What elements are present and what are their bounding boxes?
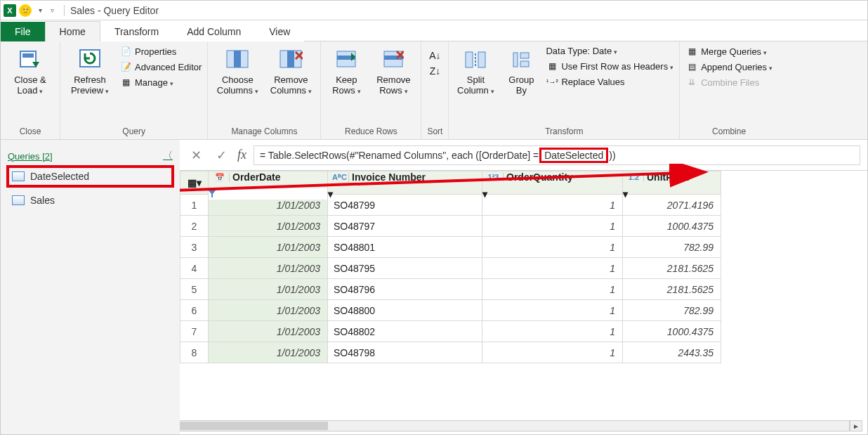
row-number[interactable]: 1 <box>180 195 209 216</box>
cell-invoice[interactable]: SO48802 <box>328 321 482 342</box>
merge-queries-button[interactable]: ▦Merge Queries <box>685 44 772 58</box>
table-row[interactable]: 21/01/2003SO4879711000.4375 <box>180 216 721 237</box>
queries-header[interactable]: Queries [2] <box>8 151 53 162</box>
sort-desc-icon: Z↓ <box>428 65 441 77</box>
cell-orderdate[interactable]: 1/01/2003 <box>209 279 328 300</box>
query-item-sales[interactable]: Sales <box>8 190 173 210</box>
merge-queries-icon: ▦ <box>685 46 698 57</box>
smiley-icon[interactable]: 🙂 <box>19 4 32 17</box>
manage-button[interactable]: ▦Manage <box>119 75 202 89</box>
type-icon[interactable]: 📅 <box>213 173 230 182</box>
filter-button[interactable] <box>209 188 327 200</box>
close-and-load-button[interactable]: Close & Load <box>6 44 54 96</box>
row-number[interactable]: 8 <box>180 342 209 363</box>
column-header-orderquantity[interactable]: 1²3OrderQuantity▾ <box>482 171 623 195</box>
cell-orderdate[interactable]: 1/01/2003 <box>209 342 328 363</box>
filter-button[interactable]: ▾ <box>328 188 482 200</box>
qat-overflow-icon[interactable]: ▿ <box>51 6 54 14</box>
cell-invoice[interactable]: SO48800 <box>328 300 482 321</box>
type-icon[interactable]: AᴮC <box>332 173 349 182</box>
queries-panel: Queries [2] 〈 DateSelected Sales <box>1 140 180 435</box>
titlebar: X 🙂 ▾ ▿ Sales - Query Editor <box>1 1 867 20</box>
properties-button[interactable]: 📄Properties <box>119 44 202 58</box>
table-row[interactable]: 81/01/2003SO4879812443.35 <box>180 342 721 363</box>
cell-invoice[interactable]: SO48796 <box>328 279 482 300</box>
first-row-headers-button[interactable]: ▦Use First Row as Headers <box>546 59 673 73</box>
row-number[interactable]: 2 <box>180 216 209 237</box>
choose-columns-button[interactable]: Choose Columns <box>213 44 261 96</box>
cell-price[interactable]: 1000.4375 <box>623 216 721 237</box>
row-number[interactable]: 4 <box>180 258 209 279</box>
query-item-dateselected[interactable]: DateSelected <box>8 167 173 186</box>
filter-button[interactable]: ▾ <box>623 188 721 200</box>
table-row[interactable]: 41/01/2003SO4879512181.5625 <box>180 258 721 279</box>
cell-qty[interactable]: 1 <box>482 300 623 321</box>
group-label-transform: Transform <box>545 125 583 138</box>
table-row[interactable]: 31/01/2003SO488011782.99 <box>180 237 721 258</box>
table-row[interactable]: 51/01/2003SO4879612181.5625 <box>180 279 721 300</box>
remove-rows-button[interactable]: Remove Rows <box>371 44 415 96</box>
table-row[interactable]: 61/01/2003SO488001782.99 <box>180 300 721 321</box>
qat-dropdown-icon[interactable]: ▾ <box>39 6 42 14</box>
cell-qty[interactable]: 1 <box>482 279 623 300</box>
formula-text-suffix: )) <box>609 150 615 161</box>
fx-icon[interactable]: fx <box>237 148 246 162</box>
window-title: Sales - Query Editor <box>70 5 159 16</box>
column-header-unitprice[interactable]: 1.2UnitPrice▾ <box>623 171 721 195</box>
cell-price[interactable]: 782.99 <box>623 300 721 321</box>
accept-formula-button[interactable]: ✓ <box>212 146 230 164</box>
cell-orderdate[interactable]: 1/01/2003 <box>209 237 328 258</box>
cell-qty[interactable]: 1 <box>482 342 623 363</box>
remove-columns-button[interactable]: Remove Columns <box>267 44 315 96</box>
advanced-editor-button[interactable]: 📝Advanced Editor <box>119 60 202 74</box>
group-by-button[interactable]: Group By <box>502 44 540 96</box>
cell-price[interactable]: 1000.4375 <box>623 321 721 342</box>
column-header-invoice-number[interactable]: AᴮCInvoice Number▾ <box>328 171 482 195</box>
split-column-button[interactable]: Split Column <box>454 44 497 96</box>
formula-input[interactable]: = Table.SelectRows(#"Renamed Columns", e… <box>254 145 860 165</box>
cell-orderdate[interactable]: 1/01/2003 <box>209 258 328 279</box>
filter-button[interactable]: ▾ <box>482 188 622 200</box>
cell-orderdate[interactable]: 1/01/2003 <box>209 216 328 237</box>
cell-price[interactable]: 2181.5625 <box>623 279 721 300</box>
sort-asc-button[interactable]: A↓ <box>428 48 441 63</box>
tab-home[interactable]: Home <box>45 21 100 41</box>
cell-qty[interactable]: 1 <box>482 237 623 258</box>
cell-invoice[interactable]: SO48795 <box>328 258 482 279</box>
collapse-queries-icon[interactable]: 〈 <box>163 150 173 162</box>
column-header-orderdate[interactable]: 📅OrderDate <box>209 171 328 195</box>
data-grid[interactable]: ▦▾ 📅OrderDateAᴮCInvoice Number▾1²3OrderQ… <box>180 171 867 363</box>
tab-add-column[interactable]: Add Column <box>173 22 255 41</box>
data-type-button[interactable]: Data Type: Date <box>546 44 673 58</box>
select-all-corner[interactable]: ▦▾ <box>180 171 209 195</box>
cell-price[interactable]: 2443.35 <box>623 342 721 363</box>
row-number[interactable]: 6 <box>180 300 209 321</box>
tab-transform[interactable]: Transform <box>100 22 173 41</box>
table-row[interactable]: 71/01/2003SO4880211000.4375 <box>180 321 721 342</box>
tab-view[interactable]: View <box>255 22 304 41</box>
type-icon[interactable]: 1.2 <box>627 173 644 181</box>
replace-values-button[interactable]: ¹→²Replace Values <box>546 74 673 89</box>
cell-orderdate[interactable]: 1/01/2003 <box>209 321 328 342</box>
cell-qty[interactable]: 1 <box>482 321 623 342</box>
keep-rows-button[interactable]: Keep Rows <box>327 44 366 96</box>
cell-invoice[interactable]: SO48797 <box>328 216 482 237</box>
cell-invoice[interactable]: SO48801 <box>328 237 482 258</box>
sort-desc-button[interactable]: Z↓ <box>428 64 441 78</box>
row-number[interactable]: 7 <box>180 321 209 342</box>
scroll-right-button[interactable]: ► <box>850 420 862 431</box>
cell-qty[interactable]: 1 <box>482 216 623 237</box>
group-label-reduce-rows: Reduce Rows <box>345 125 397 138</box>
tab-file[interactable]: File <box>1 22 45 41</box>
refresh-preview-button[interactable]: Refresh Preview <box>66 44 114 96</box>
cell-qty[interactable]: 1 <box>482 258 623 279</box>
type-icon[interactable]: 1²3 <box>487 173 504 181</box>
cell-price[interactable]: 782.99 <box>623 237 721 258</box>
row-number[interactable]: 5 <box>180 279 209 300</box>
cell-price[interactable]: 2181.5625 <box>623 258 721 279</box>
append-queries-button[interactable]: ▤Append Queries <box>685 60 772 74</box>
row-number[interactable]: 3 <box>180 237 209 258</box>
cell-invoice[interactable]: SO48798 <box>328 342 482 363</box>
cancel-formula-button[interactable]: ✕ <box>187 146 205 164</box>
cell-orderdate[interactable]: 1/01/2003 <box>209 300 328 321</box>
